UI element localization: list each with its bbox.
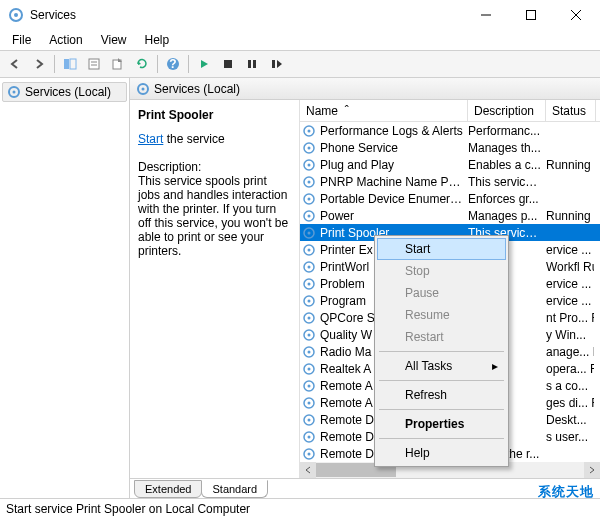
service-row[interactable]: Plug and PlayEnables a c...Running: [300, 156, 600, 173]
gear-icon: [302, 430, 318, 444]
svg-rect-15: [248, 60, 251, 68]
svg-point-57: [308, 418, 311, 421]
start-service-button[interactable]: [193, 53, 215, 75]
tree-pane: Services (Local): [0, 78, 130, 498]
selected-service-name: Print Spooler: [138, 108, 291, 122]
col-status[interactable]: Status: [546, 100, 596, 121]
col-description[interactable]: Description: [468, 100, 546, 121]
service-status: Deskt...: [546, 413, 594, 427]
show-hide-tree-button[interactable]: [59, 53, 81, 75]
properties-button[interactable]: [83, 53, 105, 75]
gear-icon: [302, 362, 318, 376]
svg-point-49: [308, 350, 311, 353]
menu-file[interactable]: File: [4, 31, 39, 49]
window-title: Services: [30, 8, 463, 22]
stop-service-button[interactable]: [217, 53, 239, 75]
watermark: 系统天地: [538, 483, 594, 501]
svg-rect-6: [64, 59, 69, 69]
chevron-right-icon: ▸: [492, 359, 498, 373]
svg-rect-17: [272, 60, 275, 68]
ctx-all-tasks[interactable]: All Tasks▸: [377, 355, 506, 377]
restart-service-button[interactable]: [265, 53, 287, 75]
service-row[interactable]: Performance Logs & AlertsPerformanc...: [300, 122, 600, 139]
svg-point-27: [308, 163, 311, 166]
svg-point-61: [308, 452, 311, 455]
app-icon: [8, 7, 24, 23]
tree-root[interactable]: Services (Local): [2, 82, 127, 102]
maximize-button[interactable]: [508, 0, 553, 30]
svg-rect-3: [526, 11, 535, 20]
ctx-restart: Restart: [377, 326, 506, 348]
service-status: s user...: [546, 430, 594, 444]
service-row[interactable]: Phone ServiceManages th...: [300, 139, 600, 156]
gear-icon: [302, 277, 318, 291]
gear-icon: [302, 158, 318, 172]
service-name: Plug and Play: [320, 158, 468, 172]
pane-header: Services (Local): [130, 78, 600, 100]
service-desc: Manages p...: [468, 209, 546, 223]
description-label: Description:: [138, 160, 291, 174]
tree-root-label: Services (Local): [25, 85, 111, 99]
service-row[interactable]: PowerManages p...Running: [300, 207, 600, 224]
context-menu: Start Stop Pause Resume Restart All Task…: [374, 235, 509, 467]
pause-service-button[interactable]: [241, 53, 263, 75]
gear-icon: [302, 311, 318, 325]
back-button[interactable]: [4, 53, 26, 75]
service-desc: Enforces gr...: [468, 192, 546, 206]
menu-view[interactable]: View: [93, 31, 135, 49]
minimize-button[interactable]: [463, 0, 508, 30]
service-status: ervice ...: [546, 277, 594, 291]
service-status: ges di... Running: [546, 396, 594, 410]
service-status: s a co...: [546, 379, 594, 393]
menu-help[interactable]: Help: [137, 31, 178, 49]
service-status: Workfl Running: [546, 260, 594, 274]
gear-icon: [302, 396, 318, 410]
service-name: Phone Service: [320, 141, 468, 155]
service-row[interactable]: PNRP Machine Name Publi...This service .…: [300, 173, 600, 190]
svg-rect-14: [224, 60, 232, 68]
detail-pane: Print Spooler Start the service Descript…: [130, 100, 300, 478]
help-button[interactable]: ?: [162, 53, 184, 75]
forward-button[interactable]: [28, 53, 50, 75]
service-status: ervice ...: [546, 243, 594, 257]
tab-extended[interactable]: Extended: [134, 480, 202, 498]
svg-point-19: [13, 91, 16, 94]
ctx-start[interactable]: Start: [377, 238, 506, 260]
gear-icon: [302, 260, 318, 274]
gear-icon: [302, 345, 318, 359]
svg-point-55: [308, 401, 311, 404]
col-name[interactable]: Name ˆ: [300, 100, 468, 121]
svg-point-51: [308, 367, 311, 370]
gear-icon: [302, 226, 318, 240]
start-service-line: Start the service: [138, 132, 291, 146]
svg-point-41: [308, 282, 311, 285]
start-link[interactable]: Start: [138, 132, 163, 146]
description-text: This service spools print jobs and handl…: [138, 174, 291, 258]
list-header: Name ˆ Description Status: [300, 100, 600, 122]
scroll-right-button[interactable]: [584, 462, 600, 478]
svg-point-35: [308, 231, 311, 234]
service-name: Power: [320, 209, 468, 223]
tab-standard[interactable]: Standard: [201, 480, 268, 498]
service-row[interactable]: Portable Device Enumerator...Enforces gr…: [300, 190, 600, 207]
service-status: Running: [546, 209, 594, 223]
refresh-button[interactable]: [131, 53, 153, 75]
ctx-properties[interactable]: Properties: [377, 413, 506, 435]
scroll-left-button[interactable]: [300, 462, 316, 478]
export-button[interactable]: [107, 53, 129, 75]
svg-point-31: [308, 197, 311, 200]
gear-icon: [302, 447, 318, 461]
service-name: Performance Logs & Alerts: [320, 124, 468, 138]
service-desc: Enables a c...: [468, 158, 546, 172]
service-status: y Win...: [546, 328, 594, 342]
ctx-help[interactable]: Help: [377, 442, 506, 464]
menu-action[interactable]: Action: [41, 31, 90, 49]
gear-icon: [302, 379, 318, 393]
tab-strip: Extended Standard: [130, 478, 600, 498]
ctx-resume: Resume: [377, 304, 506, 326]
gear-icon: [302, 328, 318, 342]
svg-point-29: [308, 180, 311, 183]
close-button[interactable]: [553, 0, 598, 30]
ctx-refresh[interactable]: Refresh: [377, 384, 506, 406]
gear-icon: [302, 192, 318, 206]
